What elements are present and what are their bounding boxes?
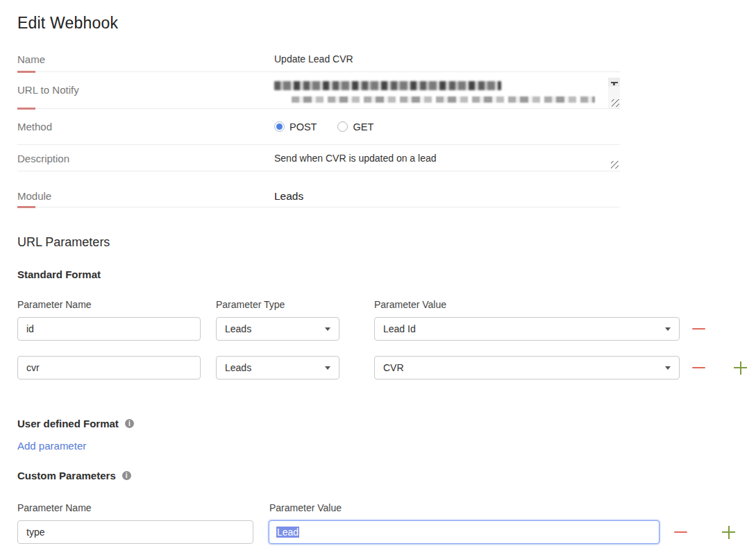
- add-row-button[interactable]: [722, 526, 735, 539]
- radio-unselected-icon: [337, 121, 348, 132]
- param-name-header: Parameter Name: [17, 502, 269, 513]
- redacted-text-line: [292, 96, 595, 103]
- method-row: Method POST GET: [17, 109, 620, 145]
- remove-row-button[interactable]: [692, 328, 705, 330]
- webhook-form: Name Update Lead CVR URL to Notify Metho…: [17, 51, 620, 207]
- param-name-input-1[interactable]: id: [17, 317, 201, 341]
- selected-text: Lead: [276, 527, 299, 538]
- module-label: Module: [17, 190, 274, 203]
- standard-param-headers: Parameter Name Parameter Type Parameter …: [17, 299, 756, 310]
- standard-param-row: id Leads Lead Id: [17, 317, 756, 341]
- resize-grip-icon[interactable]: [611, 161, 619, 169]
- custom-param-headers: Parameter Name Parameter Value: [17, 502, 756, 513]
- name-value[interactable]: Update Lead CVR: [274, 53, 620, 65]
- info-icon[interactable]: [125, 419, 134, 428]
- standard-format-heading: Standard Format: [17, 268, 756, 280]
- radio-option-get[interactable]: GET: [337, 121, 373, 133]
- param-name-header: Parameter Name: [17, 299, 216, 310]
- param-value-select-2[interactable]: CVR: [374, 356, 680, 379]
- remove-row-button[interactable]: [674, 531, 687, 533]
- dropdown-caret-icon: [665, 366, 671, 370]
- param-value-header: Parameter Value: [269, 502, 342, 513]
- scrollbar-thumb-icon: [611, 82, 618, 83]
- dropdown-caret-icon: [325, 327, 330, 331]
- url-label: URL to Notify: [17, 75, 274, 106]
- dropdown-caret-icon: [325, 366, 330, 370]
- select-value: Leads: [225, 362, 251, 373]
- module-row: Module Leads: [17, 171, 620, 207]
- edit-webhook-page: Edit Webhook Name Update Lead CVR URL to…: [0, 0, 756, 544]
- select-value: CVR: [383, 362, 404, 373]
- select-value: Lead Id: [383, 323, 416, 334]
- info-icon[interactable]: [122, 471, 131, 480]
- description-value[interactable]: Send when CVR is updated on a lead: [274, 153, 620, 164]
- user-defined-format-heading: User defined Format: [17, 418, 756, 429]
- url-redacted-value[interactable]: [274, 75, 620, 106]
- standard-param-row: cvr Leads CVR: [17, 356, 756, 379]
- radio-option-post[interactable]: POST: [274, 121, 317, 133]
- user-defined-format-label: User defined Format: [17, 418, 119, 429]
- redacted-text-line: [274, 81, 501, 90]
- param-name-input-2[interactable]: cvr: [17, 356, 201, 379]
- radio-get-label: GET: [353, 121, 373, 133]
- page-title: Edit Webhook: [17, 14, 756, 33]
- name-row: Name Update Lead CVR: [17, 51, 620, 72]
- add-parameter-link[interactable]: Add parameter: [17, 440, 86, 452]
- description-row: Description Send when CVR is updated on …: [17, 145, 620, 171]
- param-value-select-1[interactable]: Lead Id: [374, 317, 680, 341]
- param-type-select-1[interactable]: Leads: [216, 317, 339, 341]
- textarea-scrollbar[interactable]: [608, 78, 620, 87]
- remove-row-button[interactable]: [692, 367, 705, 368]
- method-label: Method: [17, 121, 274, 133]
- dropdown-caret-icon: [665, 327, 671, 331]
- custom-param-value-input[interactable]: Lead: [269, 520, 660, 544]
- url-row: URL to Notify: [17, 72, 620, 109]
- param-type-select-2[interactable]: Leads: [216, 356, 339, 379]
- url-parameters-heading: URL Parameters: [17, 235, 756, 250]
- param-value-header: Parameter Value: [374, 299, 446, 310]
- radio-post-label: POST: [289, 121, 317, 133]
- radio-selected-icon: [274, 121, 285, 132]
- custom-param-name-input[interactable]: type: [17, 520, 253, 544]
- resize-grip-icon[interactable]: [612, 99, 619, 107]
- param-type-header: Parameter Type: [216, 299, 374, 310]
- select-value: Leads: [225, 323, 251, 334]
- custom-parameters-label: Custom Parameters: [17, 470, 116, 481]
- custom-parameters-heading: Custom Parameters: [17, 470, 756, 481]
- add-row-button[interactable]: [734, 361, 747, 375]
- textarea-resize-area: [608, 87, 620, 108]
- name-label: Name: [17, 53, 274, 65]
- module-value[interactable]: Leads: [274, 190, 620, 203]
- textarea-controls: [608, 78, 620, 109]
- custom-param-row: type Lead: [17, 520, 756, 544]
- method-options: POST GET: [274, 121, 620, 133]
- description-label: Description: [17, 153, 274, 164]
